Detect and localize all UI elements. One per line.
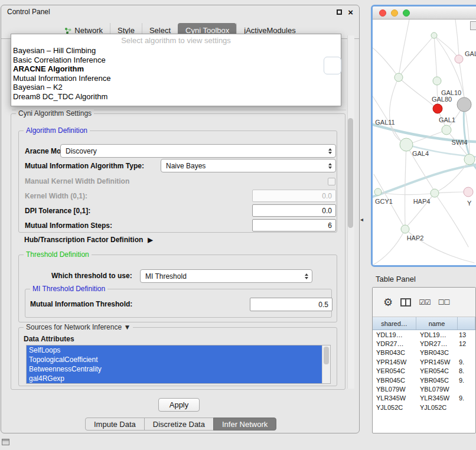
network-edge[interactable]: [455, 19, 459, 55]
algorithm-definition-group: Algorithm Definition Aracne Mode: Discov…: [18, 131, 337, 233]
network-edge[interactable]: [434, 35, 437, 81]
network-node[interactable]: [431, 32, 437, 38]
algorithm-option[interactable]: Bayesian – K2: [11, 83, 341, 92]
sources-title-text: Sources for Network Inference: [26, 323, 122, 331]
network-node[interactable]: [433, 77, 441, 85]
network-edge[interactable]: [399, 35, 434, 77]
network-edge[interactable]: [373, 48, 399, 77]
tab-discretize-data[interactable]: Discretize Data: [144, 418, 214, 431]
table-row[interactable]: YJL052CYJL052C: [373, 403, 475, 412]
network-node[interactable]: [401, 225, 409, 233]
apply-button[interactable]: Apply: [158, 398, 200, 412]
table-row[interactable]: YBL079WYBL079W: [373, 384, 475, 393]
mi-threshold-label: Mutual Information Threshold:: [30, 300, 132, 308]
network-node[interactable]: [395, 73, 403, 81]
columns-icon[interactable]: [400, 298, 411, 306]
network-node[interactable]: [464, 154, 475, 165]
network-edge[interactable]: [399, 19, 409, 77]
network-node[interactable]: [442, 125, 451, 135]
minimized-panel-icon[interactable]: [2, 439, 9, 445]
group-title: Threshold Definition: [24, 250, 92, 259]
hub-tf-definition-section[interactable]: Hub/Transcription Factor Definition ▶: [24, 236, 153, 244]
network-node[interactable]: [464, 187, 473, 197]
table-cell: YLR345W: [373, 394, 416, 402]
tab-infer-network[interactable]: Infer Network: [213, 418, 276, 431]
network-node-label: GAL10: [441, 89, 461, 96]
algorithm-option[interactable]: Dream8 DC_TDC Algorithm: [11, 92, 341, 102]
mi-steps-field[interactable]: 6: [252, 219, 336, 231]
algorithm-option[interactable]: ARACNE Algorithm: [11, 64, 341, 74]
tab-impute-data[interactable]: Impute Data: [85, 418, 145, 431]
deselect-all-icon[interactable]: ☐☐: [438, 298, 450, 306]
close-traffic-light[interactable]: [379, 9, 386, 17]
algorithm-option[interactable]: Basic Correlation Inference: [11, 56, 341, 65]
minimize-traffic-light[interactable]: [391, 9, 398, 17]
table-row[interactable]: YDR27…YDR27…12: [373, 339, 475, 348]
column-header-shared-name[interactable]: shared…: [373, 317, 416, 330]
table-cell: YDL19…: [373, 331, 416, 338]
network-edge[interactable]: [439, 159, 470, 191]
data-attribute-item[interactable]: TopologicalCoefficient: [27, 355, 322, 364]
table-cell: 9.: [458, 394, 475, 402]
data-attribute-item[interactable]: gal4RGexp: [27, 374, 322, 383]
settings-scrollbar-thumb[interactable]: [348, 118, 353, 228]
panel-collapse-handle[interactable]: ◂: [360, 216, 363, 223]
network-edge[interactable]: [435, 193, 468, 247]
zoom-traffic-light[interactable]: [403, 9, 410, 17]
network-canvas-area[interactable]: GAL7GAL80GAL10GAL11GAL1SWI4GAL4GCY1HAP4H…: [373, 19, 476, 265]
algorithm-option[interactable]: Bayesian – Hill Climbing: [11, 46, 341, 56]
network-node[interactable]: [457, 97, 471, 112]
gear-icon[interactable]: ⚙: [383, 297, 393, 308]
birdseye-toggle-icon[interactable]: [470, 21, 476, 30]
threshold-definition-group: Threshold Definition Which threshold to …: [18, 255, 337, 322]
expanded-arrow-icon[interactable]: ▼: [123, 323, 131, 331]
select-all-icon[interactable]: ☑☑: [419, 298, 431, 306]
network-canvas[interactable]: GAL7GAL80GAL10GAL11GAL1SWI4GAL4GCY1HAP4H…: [373, 19, 476, 265]
network-node[interactable]: [374, 188, 382, 195]
scrollbar-thumb[interactable]: [324, 347, 329, 364]
table-cell: YJL052C: [373, 404, 416, 411]
combobox-value: Naive Bayes: [166, 162, 206, 170]
table-row[interactable]: YLR345WYLR345W9.: [373, 394, 475, 403]
data-attributes-listbox[interactable]: SelfLoopsTopologicalCoefficientBetweenne…: [26, 345, 331, 384]
mi-threshold-field[interactable]: 0.5: [250, 298, 332, 311]
float-window-icon[interactable]: [337, 9, 342, 15]
which-threshold-combobox[interactable]: MI Threshold: [140, 269, 312, 283]
table-row[interactable]: YPR145WYPR145W9.: [373, 357, 475, 366]
mi-algorithm-type-combobox[interactable]: Naive Bayes: [161, 159, 336, 172]
table-row[interactable]: YER054CYER054C8.: [373, 367, 475, 376]
table-row[interactable]: YBR045CYBR045C9.: [373, 376, 475, 384]
kernel-width-field[interactable]: 0.0: [252, 190, 336, 202]
network-edge[interactable]: [435, 192, 464, 193]
table-cell: YBR045C: [416, 377, 458, 384]
column-header-name[interactable]: name: [416, 317, 458, 330]
table-cell: YDL19…: [416, 331, 458, 338]
network-node[interactable]: [433, 104, 442, 113]
aracne-mode-combobox[interactable]: Discovery: [60, 144, 336, 158]
manual-kernel-checkbox[interactable]: [328, 178, 335, 185]
close-icon[interactable]: ×: [348, 8, 353, 17]
combobox-value: MI Threshold: [145, 272, 187, 281]
data-attribute-item[interactable]: SelfLoops: [27, 345, 322, 355]
collapsed-arrow-icon[interactable]: ▶: [148, 236, 152, 244]
table-row[interactable]: YBR043CYBR043C: [373, 348, 475, 357]
algorithm-option[interactable]: Mutual Information Inference: [11, 74, 341, 83]
column-header-extra[interactable]: [458, 317, 475, 330]
network-node[interactable]: [400, 138, 413, 151]
network-edge[interactable]: [373, 229, 405, 265]
data-attribute-item[interactable]: BetweennessCentrality: [27, 364, 322, 374]
table-cell: YBR045C: [373, 377, 416, 384]
network-edge[interactable]: [399, 77, 433, 106]
mi-threshold-definition-group: MI Threshold Definition Mutual Informati…: [25, 289, 332, 318]
mi-algorithm-type-label: Mutual Information Algorithm Type:: [25, 162, 144, 170]
network-edge[interactable]: [434, 35, 459, 59]
desktop: Control Panel × Network Style Select: [0, 0, 476, 450]
network-node-label: HAP2: [407, 234, 424, 242]
network-node[interactable]: [455, 55, 463, 63]
table-toolbar: ⚙ ☑☑ ☐☐: [373, 288, 475, 317]
table-cell: YDR27…: [373, 340, 416, 347]
table-row[interactable]: YDL19…YDL19…13: [373, 330, 475, 339]
dpi-tolerance-field[interactable]: 0.0: [252, 204, 336, 217]
network-node[interactable]: [431, 189, 439, 197]
list-scrollbar[interactable]: [322, 345, 330, 383]
